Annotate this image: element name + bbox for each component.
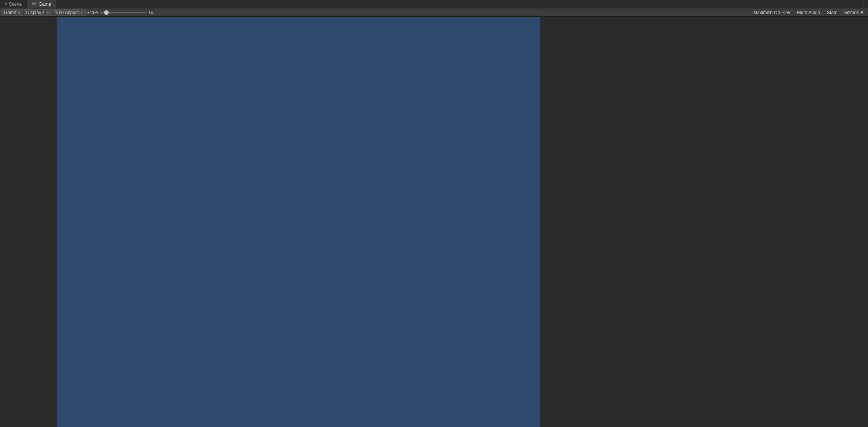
aspect-dropdown[interactable]: 16:9 Aspect ▼ <box>53 9 86 16</box>
mute-audio-label: Mute Audio <box>797 10 820 15</box>
mute-audio-button[interactable]: Mute Audio <box>794 9 823 16</box>
gizmos-label: Gizmos <box>843 10 859 15</box>
stats-button[interactable]: Stats <box>824 9 840 16</box>
scale-value: 1x <box>148 10 156 15</box>
toolbar: Game ▼ Display 1 ▼ 16:9 Aspect ▼ Scale 1… <box>0 8 868 17</box>
aspect-dropdown-arrow-icon: ▼ <box>80 11 84 14</box>
editor-root: # Scene 🎮 Game ⋮ Game ▼ Display 1 ▼ 16:9… <box>0 0 868 427</box>
game-dropdown-arrow-icon: ▼ <box>18 11 21 14</box>
tab-overflow-button[interactable]: ⋮ <box>860 0 868 8</box>
scale-label: Scale <box>87 10 98 15</box>
tab-bar: # Scene 🎮 Game ⋮ <box>0 0 868 8</box>
tab-game-label: Game <box>39 2 51 7</box>
display-dropdown-arrow-icon: ▼ <box>46 11 50 14</box>
stats-label: Stats <box>827 10 837 15</box>
game-dropdown-label: Game <box>4 10 16 15</box>
scale-slider[interactable] <box>100 12 146 13</box>
scale-control: Scale 1x <box>87 10 156 15</box>
right-sidebar <box>540 17 868 427</box>
aspect-dropdown-label: 16:9 Aspect <box>55 10 79 15</box>
tab-game[interactable]: 🎮 Game <box>27 0 56 8</box>
display-dropdown[interactable]: Display 1 ▼ <box>24 9 52 16</box>
maximize-on-play-button[interactable]: Maximize On Play <box>750 9 793 16</box>
left-sidebar <box>0 17 57 427</box>
tab-scene[interactable]: # Scene <box>0 0 27 8</box>
overflow-icon: ⋮ <box>861 0 867 8</box>
game-dropdown[interactable]: Game ▼ <box>2 9 23 16</box>
gizmos-dropdown[interactable]: Gizmos ▼ <box>841 9 866 16</box>
display-dropdown-label: Display 1 <box>26 10 45 15</box>
main-area <box>0 17 868 427</box>
gizmos-arrow-icon: ▼ <box>860 10 864 15</box>
gamepad-icon: 🎮 <box>31 2 37 6</box>
tab-scene-label: Scene <box>9 2 22 7</box>
maximize-on-play-label: Maximize On Play <box>753 10 790 15</box>
grid-icon: # <box>5 2 7 6</box>
game-viewport <box>57 17 540 427</box>
